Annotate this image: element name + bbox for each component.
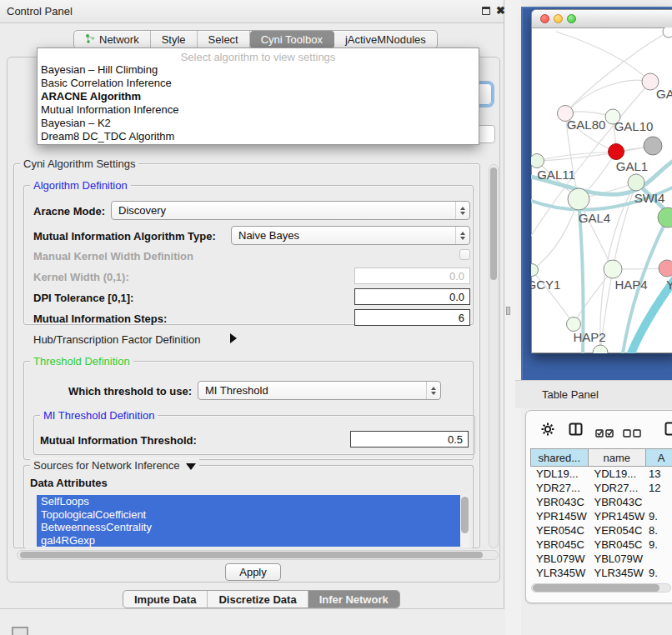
algorithm-dropdown-popup: Select algorithm to view settings Bayesi… bbox=[37, 48, 479, 145]
which-threshold-combo[interactable]: MI Threshold bbox=[198, 381, 441, 400]
sources-collapse-arrow-icon[interactable] bbox=[186, 463, 196, 470]
tab-impute-data-label: Impute Data bbox=[134, 593, 196, 606]
table-row[interactable]: YLR345W YLR345W 9. bbox=[530, 566, 672, 580]
column-header-shared[interactable]: shared... bbox=[530, 448, 589, 467]
node-label: GAL80 bbox=[567, 118, 606, 132]
table-row[interactable]: YDR27... YDR27... 12 bbox=[530, 481, 672, 495]
cell bbox=[646, 495, 672, 509]
table-row[interactable]: YDL19... YDL19... 13 bbox=[530, 467, 672, 481]
new-table-icon[interactable] bbox=[664, 422, 672, 439]
cell: 12 bbox=[646, 481, 672, 495]
kernel-width-field[interactable]: 0.0 bbox=[354, 268, 470, 284]
attribute-list-scrollbar[interactable] bbox=[460, 495, 469, 547]
settings-vertical-scrollbar-thumb[interactable] bbox=[490, 168, 497, 280]
node bbox=[628, 174, 644, 191]
tab-jactivemnodules-label: jActiveMNodules bbox=[345, 33, 426, 46]
float-window-icon[interactable] bbox=[482, 7, 490, 15]
node-label: GAL10 bbox=[614, 119, 654, 133]
table-row[interactable]: YER054C YER054C 8. bbox=[530, 523, 672, 538]
checked-boxes-icon[interactable] bbox=[595, 426, 614, 441]
cell: YDL19... bbox=[589, 467, 647, 481]
node-table: shared... name A YDL19... YDL19... 13 YD… bbox=[530, 448, 672, 587]
hub-expand-arrow-icon[interactable] bbox=[230, 333, 237, 343]
combo-spinner-icon bbox=[426, 382, 440, 399]
window-minimize-icon[interactable] bbox=[554, 14, 563, 23]
unchecked-boxes-icon[interactable] bbox=[623, 426, 641, 441]
network-window-titlebar[interactable] bbox=[532, 10, 672, 28]
node bbox=[567, 318, 581, 332]
control-panel-window: Control Panel ✖ Network Style Select Cyn… bbox=[0, 0, 504, 609]
settings-horizontal-scrollbar[interactable] bbox=[17, 550, 499, 560]
gear-icon[interactable] bbox=[540, 422, 555, 440]
tab-impute-data[interactable]: Impute Data bbox=[123, 591, 208, 608]
threshold-definition-title: Threshold Definition bbox=[30, 355, 133, 368]
tab-select[interactable]: Select bbox=[198, 31, 250, 48]
table-row[interactable]: YBL079W YBL079W bbox=[530, 552, 672, 566]
mi-algorithm-type-combo[interactable]: Naive Bayes bbox=[231, 226, 470, 245]
table-panel-title: Table Panel bbox=[542, 388, 599, 401]
tab-network-label: Network bbox=[99, 33, 139, 46]
cell: YBR045C bbox=[589, 538, 647, 552]
node bbox=[644, 137, 662, 155]
table-horizontal-scrollbar-thumb[interactable] bbox=[533, 584, 659, 592]
mi-steps-field[interactable]: 6 bbox=[354, 309, 470, 326]
hub-definition-label: Hub/Transcription Factor Definition bbox=[33, 333, 200, 346]
list-item[interactable]: TopologicalCoefficient bbox=[37, 508, 460, 522]
attribute-list-scrollbar-thumb[interactable] bbox=[461, 497, 469, 533]
cell: 9. bbox=[646, 538, 672, 552]
cell: YBL079W bbox=[530, 552, 589, 566]
columns-icon[interactable] bbox=[569, 422, 583, 439]
window-zoom-icon[interactable] bbox=[567, 14, 576, 23]
aracne-mode-combo[interactable]: Discovery bbox=[111, 201, 470, 220]
table-row[interactable]: YPR145W YPR145W 9. bbox=[530, 509, 672, 523]
dpi-tolerance-field[interactable]: 0.0 bbox=[354, 288, 470, 305]
tab-network[interactable]: Network bbox=[74, 31, 151, 48]
splitter-grip[interactable] bbox=[506, 307, 510, 315]
close-icon[interactable]: ✖ bbox=[496, 6, 505, 16]
tab-select-label: Select bbox=[208, 33, 238, 46]
window-close-icon[interactable] bbox=[540, 14, 549, 23]
tab-discretize-data[interactable]: Discretize Data bbox=[208, 591, 308, 608]
tab-jactivemnodules[interactable]: jActiveMNodules bbox=[334, 31, 437, 48]
table-row[interactable]: YBR043C YBR043C bbox=[530, 495, 672, 509]
algorithm-dropdown-prompt: Select algorithm to view settings bbox=[38, 51, 479, 63]
apply-button[interactable]: Apply bbox=[225, 563, 281, 581]
list-item[interactable]: SelfLoops bbox=[37, 495, 460, 508]
node-label: GCY1 bbox=[531, 278, 560, 292]
data-attributes-list[interactable]: SelfLoops TopologicalCoefficient Between… bbox=[37, 495, 460, 547]
algorithm-option[interactable]: Bayesian – Hill Climbing bbox=[38, 63, 479, 77]
algorithm-option[interactable]: Dream8 DC_TDC Algorithm bbox=[38, 130, 479, 143]
panel-splitter[interactable] bbox=[505, 0, 521, 635]
cell: YBR045C bbox=[530, 538, 589, 552]
docked-panel-icon[interactable] bbox=[12, 627, 28, 635]
sources-title: Sources for Network Inference bbox=[30, 459, 199, 472]
node bbox=[604, 260, 622, 278]
algorithm-option[interactable]: Mutual Information Inference bbox=[38, 103, 479, 117]
mutual-information-threshold-label: Mutual Information Threshold: bbox=[40, 434, 197, 447]
list-item[interactable]: gal4RGexp bbox=[37, 534, 460, 548]
cell: YER054C bbox=[589, 523, 647, 538]
mutual-information-threshold-field[interactable]: 0.5 bbox=[350, 431, 469, 448]
column-header-name[interactable]: name bbox=[589, 448, 646, 467]
cell: 9. bbox=[646, 509, 672, 523]
column-header-clipped[interactable]: A bbox=[646, 448, 672, 467]
network-graph: GAL GAL80 GAL10 GAL1 GAL11 SWI4 GAL4 GCY… bbox=[531, 28, 672, 353]
settings-vertical-scrollbar[interactable] bbox=[489, 164, 499, 548]
tab-infer-network[interactable]: Infer Network bbox=[308, 591, 399, 608]
algorithm-option[interactable]: Basic Correlation Inference bbox=[38, 77, 479, 90]
tab-style[interactable]: Style bbox=[151, 31, 198, 48]
list-item[interactable]: BetweennessCentrality bbox=[37, 521, 460, 534]
table-row[interactable]: YBR045C YBR045C 9. bbox=[530, 538, 672, 552]
aracne-mode-value: Discovery bbox=[112, 204, 455, 217]
cell: YLR345W bbox=[589, 566, 647, 580]
tab-cyni-toolbox-label: Cyni Toolbox bbox=[261, 33, 323, 46]
which-threshold-value: MI Threshold bbox=[198, 384, 426, 397]
cell: 13 bbox=[646, 467, 672, 481]
node bbox=[663, 28, 672, 38]
algorithm-option-selected[interactable]: ARACNE Algorithm bbox=[38, 90, 479, 103]
tab-cyni-toolbox[interactable]: Cyni Toolbox bbox=[250, 31, 334, 48]
algorithm-option[interactable]: Bayesian – K2 bbox=[38, 117, 479, 130]
settings-horizontal-scrollbar-thumb[interactable] bbox=[20, 552, 483, 558]
network-canvas[interactable]: GAL GAL80 GAL10 GAL1 GAL11 SWI4 GAL4 GCY… bbox=[531, 28, 672, 353]
manual-kernel-width-checkbox[interactable] bbox=[459, 249, 470, 260]
